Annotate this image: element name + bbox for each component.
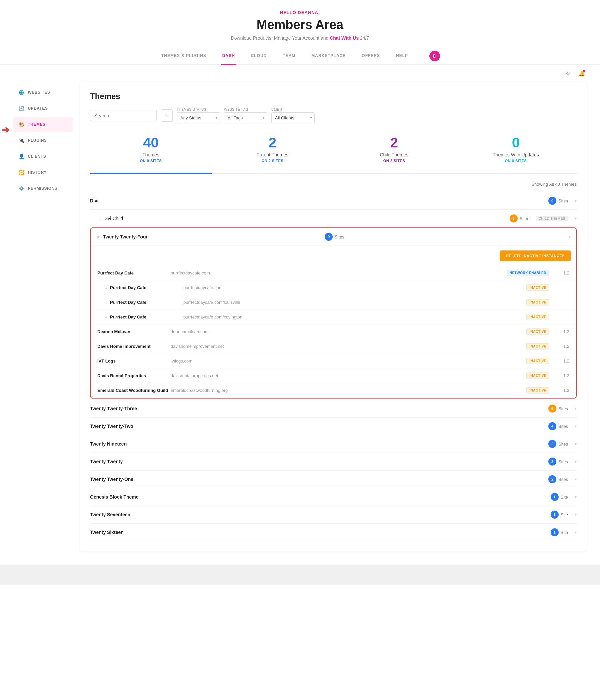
themes-status-select[interactable]: Any Status [177, 112, 220, 123]
status-badge-emerald: INACTIVE [526, 387, 549, 394]
expanded-section-twenty-twenty-four: ★ Twenty Twenty-Four 9 Sites ▴ DELETE IN… [90, 227, 577, 399]
instance-davis-rental[interactable]: Davis Rental Properties davisrentalprope… [91, 369, 576, 383]
theme-row-twenty-sixteen[interactable]: Twenty Sixteen 1 Site ▾ [90, 524, 577, 541]
search-input[interactable] [90, 110, 157, 121]
star-filter-button[interactable]: ☆ [161, 109, 173, 122]
child-arrow-1: ↳ [104, 285, 107, 290]
instance-version-deanna: 1.2 [556, 329, 569, 334]
instance-emerald[interactable]: Emerald Coast Woodturning Guild emeraldc… [91, 383, 576, 398]
instance-purrfect-child3[interactable]: ↳ Purrfect Day Cafe purrfectdaycafe.com/… [91, 310, 576, 324]
avatar[interactable]: D [429, 51, 440, 61]
stat-label-child: Child Themes [333, 152, 455, 157]
sidebar-item-updates[interactable]: 🔄 UPDATES [13, 101, 73, 116]
divi-site-badge: 9 [548, 197, 556, 205]
sidebar-item-websites[interactable]: 🌐 WEBSITES [13, 85, 73, 100]
page-title: Members Area [7, 18, 593, 32]
theme-row-twenty-twenty-one[interactable]: Twenty Twenty-One 2 Sites ▾ [90, 471, 577, 488]
client-label: CLIENT [271, 108, 315, 111]
instance-davis-home[interactable]: Davis Home Improvement davishomeimprovem… [91, 339, 576, 354]
website-tag-select[interactable]: All Tags [224, 112, 267, 123]
stat-sub-themes: ON 9 SITES [90, 159, 212, 163]
sidebar-item-clients[interactable]: 👤 CLIENTS [13, 149, 73, 164]
client-select[interactable]: All Clients [271, 112, 315, 123]
status-badge-network: NETWORK ENABLED [507, 270, 549, 276]
theme-name-genesis: Genesis Block Theme [90, 494, 551, 500]
twenty-sixteen-sites: Site [561, 530, 568, 535]
instance-name-deanna: Deanna McLean [97, 329, 171, 334]
divi-child-badge: 3 [510, 215, 518, 222]
sidebar-item-history[interactable]: 🔁 HISTORY [13, 165, 73, 180]
stat-themes: 40 Themes ON 9 SITES [90, 131, 212, 166]
instance-purrfect-child1[interactable]: ↳ Purrfect Day Cafe purrfectdaycafe.com … [91, 280, 576, 295]
delete-inactive-button[interactable]: DELETE INACTIVE INSTANCES [500, 250, 571, 261]
instance-name-emerald: Emerald Coast Woodturning Guild [97, 388, 171, 393]
nav-themes-plugins[interactable]: THEMES & PLUGINS [160, 47, 208, 65]
instance-purrfect-main[interactable]: Purrfect Day Cafe purrfectdaycafe.com NE… [91, 266, 576, 280]
subtitle-pre: Download Products, Manage Your Account a… [231, 35, 330, 41]
divi-child-sites-text: Sites [520, 216, 529, 221]
sidebar-item-themes[interactable]: 🎨 THEMES [13, 117, 73, 132]
nav-help[interactable]: HELP [395, 47, 409, 65]
sidebar-item-plugins[interactable]: 🔌 PLUGINS [13, 133, 73, 148]
theme-row-twenty-twenty-two[interactable]: Twenty Twenty-Two 4 Sites ▾ [90, 418, 577, 435]
instance-name-ivt: IVT Logs [97, 358, 171, 364]
instance-name-purrfect: Purrfect Day Cafe [97, 271, 171, 275]
twenty-twenty-three-chevron: ▾ [575, 406, 577, 411]
expanded-sites-text: Sites [335, 234, 344, 240]
instance-purrfect-child2[interactable]: ↳ Purrfect Day Cafe purrfectdaycafe.com/… [91, 295, 576, 310]
genesis-chevron: ▾ [575, 495, 577, 499]
theme-name-twenty-twenty-two: Twenty Twenty-Two [90, 424, 548, 429]
nav-marketplace[interactable]: MARKETPLACE [310, 47, 347, 65]
twenty-seventeen-badge: 1 [551, 510, 559, 519]
sidebar-item-permissions[interactable]: ⚙️ PERMISSIONS [13, 181, 73, 196]
sidebar-label-themes: THEMES [28, 122, 46, 127]
theme-row-twenty-nineteen[interactable]: Twenty Nineteen 2 Sites ▾ [90, 435, 577, 453]
refresh-icon[interactable]: ↻ [563, 68, 573, 78]
instance-deanna[interactable]: Deanna McLean deannamclean.com INACTIVE … [91, 324, 576, 339]
theme-row-twenty-twenty-three[interactable]: Twenty Twenty-Three 6 Sites ▾ [90, 400, 577, 418]
instance-url-purrfect-c2: purrfectdaycafe.com/louisville [183, 300, 526, 305]
instance-ivt[interactable]: IVT Logs ivtlogs.com INACTIVE 1.2 [91, 354, 576, 369]
status-badge-inactive-c1: INACTIVE [526, 284, 549, 291]
theme-row-genesis[interactable]: Genesis Block Theme 1 Site ▾ [90, 488, 577, 506]
instance-name-davis-home: Davis Home Improvement [97, 344, 171, 349]
theme-name-twenty-seventeen: Twenty Seventeen [90, 512, 551, 517]
website-tag-wrapper: WEBSITE TAG All Tags [224, 108, 267, 123]
expanded-chevron-icon[interactable]: ▴ [569, 234, 571, 239]
theme-row-twenty-twenty[interactable]: Twenty Twenty 2 Sites ▾ [90, 453, 577, 471]
twenty-twenty-chevron: ▾ [575, 459, 577, 464]
nav-dash[interactable]: DASH [221, 47, 236, 65]
nav-team[interactable]: TEAM [281, 47, 297, 65]
child-arrow-2: ↳ [104, 300, 107, 305]
chat-link[interactable]: Chat With Us [330, 35, 359, 41]
themes-title: Themes [90, 92, 577, 101]
twenty-twenty-one-chevron: ▾ [575, 477, 577, 481]
twenty-sixteen-chevron: ▾ [575, 530, 577, 534]
sidebar-label-plugins: PLUGINS [28, 138, 47, 143]
theme-list: Divi 9 Sites ▾ ↳ Divi Child 3 Sites CHIL… [90, 192, 577, 541]
status-badge-deanna: INACTIVE [526, 328, 549, 335]
twenty-nineteen-badge: 2 [548, 440, 556, 448]
permissions-icon: ⚙️ [19, 186, 25, 191]
theme-name-expanded: Twenty Twenty-Four [103, 234, 321, 240]
notification-icon[interactable]: 🔔 [577, 68, 587, 78]
filters-row: ☆ THEMES STATUS Any Status WEBSITE TAG A… [90, 108, 577, 123]
star-icon-expanded[interactable]: ★ [96, 234, 100, 240]
divi-child-chevron: ▾ [575, 216, 577, 221]
main-nav: THEMES & PLUGINS DASH CLOUD TEAM MARKETP… [0, 47, 600, 65]
theme-row-twenty-seventeen[interactable]: Twenty Seventeen 1 Site ▾ [90, 506, 577, 524]
nav-offers[interactable]: OFFERS [360, 47, 381, 65]
expanded-header[interactable]: ★ Twenty Twenty-Four 9 Sites ▴ [91, 228, 576, 246]
more-themes: Twenty Twenty-Three 6 Sites ▾ Twenty Twe… [90, 400, 577, 541]
theme-row-divi[interactable]: Divi 9 Sites ▾ [90, 192, 577, 210]
stat-number-themes: 40 [90, 135, 212, 151]
showing-count: Showing All 40 Themes [90, 182, 577, 187]
twenty-nineteen-chevron: ▾ [575, 442, 577, 446]
themes-status-label: THEMES STATUS [177, 108, 220, 111]
footer-bar [0, 565, 600, 584]
twenty-twenty-three-badge: 6 [548, 404, 556, 412]
theme-row-divi-child[interactable]: ↳ Divi Child 3 Sites CHILD THEMES ▾ [90, 210, 577, 227]
header-subtitle: Download Products, Manage Your Account a… [7, 35, 593, 41]
theme-name-twenty-twenty-one: Twenty Twenty-One [90, 477, 548, 482]
nav-cloud[interactable]: CLOUD [250, 47, 268, 65]
